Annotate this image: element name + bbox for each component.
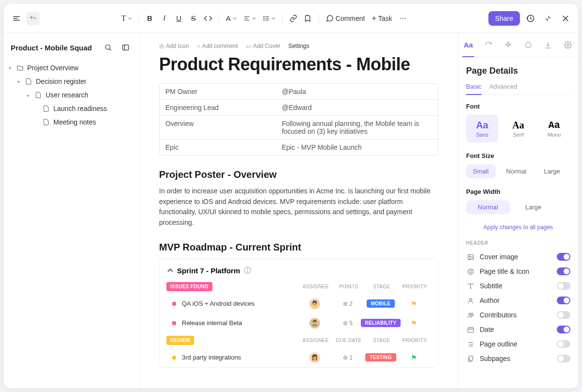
comment-button[interactable]: Comment xyxy=(323,12,368,25)
col-duedate: DUE DATE xyxy=(332,338,365,343)
info-icon[interactable]: ⓘ xyxy=(244,266,251,275)
meta-row[interactable]: PM Owner@Paula xyxy=(160,84,438,100)
text-style-dropdown[interactable]: T xyxy=(118,12,135,25)
history-icon[interactable] xyxy=(524,12,537,25)
strikethrough-icon[interactable]: S xyxy=(187,12,200,25)
meta-row[interactable]: EpicEpic - MVP Mobile Launch xyxy=(160,140,438,155)
menu-icon[interactable] xyxy=(10,12,23,25)
tree-item-decision-register[interactable]: ▾ Decision register xyxy=(4,75,139,88)
meta-row[interactable]: Engineering Lead@Edward xyxy=(160,100,438,116)
panel-tab-typography[interactable]: Aa xyxy=(458,33,478,57)
page-title[interactable]: Product Requirements - Mobile xyxy=(159,54,438,75)
col-assignee: ASSIGNEE xyxy=(299,338,332,343)
chevron-up-icon xyxy=(167,267,173,273)
tree-item-meeting-notes[interactable]: Meeting notes xyxy=(4,115,139,129)
task-name: QA iOS + Android devices xyxy=(182,300,298,307)
page-icon xyxy=(43,105,50,112)
font-option-serif[interactable]: AaSerif xyxy=(502,115,534,142)
points-badge[interactable]: ⊛ 2 xyxy=(343,300,353,307)
font-size-small[interactable]: Small xyxy=(466,164,496,178)
list-dropdown[interactable] xyxy=(260,12,278,25)
page-width-normal[interactable]: Normal xyxy=(466,200,510,214)
toggle-switch[interactable] xyxy=(557,340,570,348)
flag-icon[interactable]: ⚑ xyxy=(411,354,417,361)
group-header: REVIEW ASSIGNEE DUE DATE STAGE PRIORITY xyxy=(160,333,438,348)
font-size-large[interactable]: Large xyxy=(537,164,566,178)
stage-badge[interactable]: TESTING xyxy=(365,353,396,361)
flag-icon[interactable]: ⚑ xyxy=(411,300,417,308)
underline-icon[interactable]: U xyxy=(172,12,186,25)
subtab-advanced[interactable]: Advanced xyxy=(489,83,517,94)
points-badge[interactable]: ⊛ 5 xyxy=(343,320,353,327)
meta-row[interactable]: OverviewFollowing annual planning, the M… xyxy=(160,116,438,140)
font-option-sans[interactable]: AaSans xyxy=(466,115,498,142)
roadmap-heading: MVP Roadmap - Current Sprint xyxy=(159,242,438,253)
sidebar-toggle-icon[interactable] xyxy=(119,41,132,54)
comment-label: Comment xyxy=(336,15,365,22)
group-header: ISSUES FOUND ASSIGNEE POINTS STAGE PRIOR… xyxy=(160,279,438,294)
avatar[interactable]: 👨‍🦱 xyxy=(309,318,320,329)
tree-item-project-overview[interactable]: ▾ Project Overview xyxy=(4,61,139,75)
col-stage: STAGE xyxy=(365,284,398,289)
tree-item-user-research[interactable]: ▸ User research xyxy=(4,88,139,102)
toggle-switch[interactable] xyxy=(557,253,570,261)
text-color-dropdown[interactable]: A xyxy=(223,12,240,25)
toggle-switch[interactable] xyxy=(557,311,570,319)
toggle-switch[interactable] xyxy=(557,355,570,362)
share-button[interactable]: Share xyxy=(488,11,520,26)
avatar[interactable]: 👩 xyxy=(309,352,320,363)
link-icon[interactable] xyxy=(287,12,300,25)
task-row[interactable]: 3rd party integrations 👩 ⊛ 1 TESTING ⚑ xyxy=(160,348,438,367)
close-icon[interactable] xyxy=(559,12,572,25)
task-row[interactable]: Release internal Beta 👨‍🦱 ⊛ 5 RELIABILIT… xyxy=(160,314,438,333)
page-width-label: Page Width xyxy=(466,188,570,195)
group-label-issues[interactable]: ISSUES FOUND xyxy=(166,282,212,291)
panel-tab-export[interactable] xyxy=(538,33,558,57)
page-width-large[interactable]: Large xyxy=(514,200,553,214)
toggle-switch[interactable] xyxy=(557,282,570,290)
toggle-page-outline: Page outline xyxy=(466,337,570,351)
toggle-page-title: Page title & Icon xyxy=(466,264,570,279)
bold-icon[interactable]: B xyxy=(143,12,157,25)
collapse-icon[interactable] xyxy=(541,12,555,25)
svg-point-29 xyxy=(471,313,473,315)
panel-tab-refresh[interactable] xyxy=(478,33,498,57)
task-button[interactable]: + Task xyxy=(369,12,395,25)
tree-item-launch-readiness[interactable]: Launch readiness xyxy=(4,102,139,115)
font-size-normal[interactable]: Normal xyxy=(500,164,534,178)
toggle-switch[interactable] xyxy=(557,267,570,275)
panel-tab-settings[interactable] xyxy=(558,33,578,57)
subtab-basic[interactable]: Basic xyxy=(466,83,482,95)
italic-icon[interactable]: I xyxy=(158,12,171,25)
group-label-review[interactable]: REVIEW xyxy=(166,336,194,345)
add-comment-button[interactable]: ○Add comment xyxy=(196,43,238,49)
panel-tab-comments[interactable] xyxy=(518,33,538,57)
user-icon xyxy=(466,297,475,304)
code-icon[interactable] xyxy=(201,12,215,25)
svg-point-27 xyxy=(469,298,472,300)
add-icon-button[interactable]: ◎Add Icon xyxy=(159,43,189,49)
more-icon[interactable] xyxy=(396,12,410,25)
search-icon[interactable] xyxy=(101,41,115,54)
bookmark-icon[interactable] xyxy=(301,12,315,25)
toggle-switch[interactable] xyxy=(557,297,570,304)
apply-all-link[interactable]: Apply changes to all pages xyxy=(466,224,570,231)
stage-badge[interactable]: RELIABILITY xyxy=(361,319,401,327)
poster-body[interactable]: In order to increase user acquisition op… xyxy=(159,186,438,228)
text-icon xyxy=(466,282,475,290)
font-option-mono[interactable]: AaMono xyxy=(538,115,570,142)
flag-icon[interactable]: ⚑ xyxy=(411,319,417,327)
font-label: Font xyxy=(466,103,570,110)
sprint-header[interactable]: Sprint 7 - Platform ⓘ xyxy=(160,259,438,279)
panel-tab-ai[interactable] xyxy=(498,33,518,57)
add-cover-button[interactable]: ▭Add Cover xyxy=(246,43,281,49)
avatar[interactable]: 👨 xyxy=(309,298,320,309)
undo-icon[interactable] xyxy=(26,12,40,25)
toggle-switch[interactable] xyxy=(557,326,570,333)
points-badge[interactable]: ⊛ 1 xyxy=(343,354,353,361)
task-row[interactable]: QA iOS + Android devices 👨 ⊛ 2 MOBILE ⚑ xyxy=(160,294,438,314)
settings-button[interactable]: Settings xyxy=(288,43,309,49)
stage-badge[interactable]: MOBILE xyxy=(367,299,395,308)
align-dropdown[interactable] xyxy=(241,12,259,25)
svg-point-28 xyxy=(469,313,470,315)
